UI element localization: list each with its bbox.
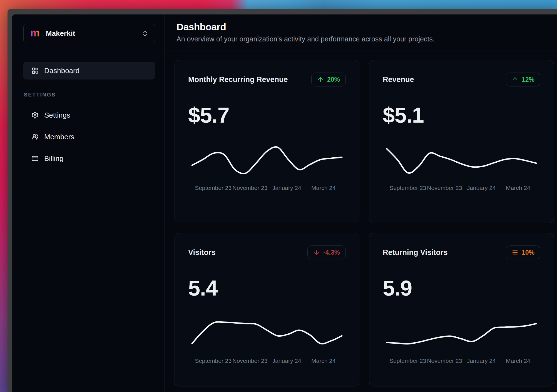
users-icon — [31, 133, 39, 140]
app-surface: m Makerkit Dashboard SETTINGS — [12, 14, 557, 392]
settings-section-label: SETTINGS — [24, 92, 155, 98]
sparkline-chart: September 23 November 23 January 24 Marc… — [387, 316, 536, 364]
x-tick: September 23 — [195, 185, 232, 191]
metric-value: 5.9 — [383, 276, 540, 301]
trend-badge: 12% — [506, 73, 540, 86]
arrow-down-icon — [313, 249, 320, 256]
card-title: Returning Visitors — [383, 248, 448, 257]
card-returning-visitors: Returning Visitors 10% 5.9 September 23 — [369, 233, 554, 386]
x-tick: January 24 — [268, 185, 305, 191]
x-axis-ticks: September 23 November 23 January 24 Marc… — [389, 358, 536, 364]
sidebar-item-billing[interactable]: Billing — [23, 150, 155, 167]
page-title: Dashboard — [176, 21, 551, 33]
card-title: Monthly Recurring Revenue — [188, 75, 288, 84]
makerkit-logo-icon: m — [30, 28, 40, 38]
card-title: Visitors — [188, 248, 216, 257]
page-header: Dashboard An overview of your organizati… — [165, 14, 557, 51]
x-tick: March 24 — [500, 185, 536, 191]
x-tick: September 23 — [389, 358, 426, 364]
trend-value: 20% — [327, 76, 340, 83]
metric-cards-grid: Monthly Recurring Revenue 20% $5.7 Septe… — [165, 51, 557, 391]
x-tick: January 24 — [463, 185, 500, 191]
x-tick: November 23 — [232, 185, 268, 191]
metric-value: 5.4 — [188, 276, 346, 301]
layout-dashboard-icon — [31, 67, 39, 74]
workspace-name: Makerkit — [46, 29, 141, 38]
sidebar-item-label: Billing — [44, 154, 63, 163]
sparkline — [387, 143, 536, 180]
page-subtitle: An overview of your organization's activ… — [176, 35, 551, 43]
sidebar-item-label: Dashboard — [44, 66, 79, 75]
credit-card-icon — [31, 155, 39, 162]
sparkline-chart: September 23 November 23 January 24 Marc… — [192, 316, 342, 364]
x-tick: September 23 — [389, 185, 426, 191]
x-axis-ticks: September 23 November 23 January 24 Marc… — [389, 185, 536, 191]
x-tick: January 24 — [268, 358, 305, 364]
card-title: Revenue — [383, 75, 414, 84]
metric-value: $5.1 — [383, 103, 540, 128]
main-content: Dashboard An overview of your organizati… — [165, 14, 557, 392]
sidebar-item-label: Settings — [44, 111, 70, 120]
trend-value: -4.3% — [323, 249, 340, 256]
trend-value: 12% — [522, 76, 534, 83]
sparkline — [192, 143, 342, 180]
card-visitors: Visitors -4.3% 5.4 September 23 — [175, 233, 359, 386]
x-axis-ticks: September 23 November 23 January 24 Marc… — [195, 185, 342, 191]
chevrons-up-down-icon — [141, 30, 149, 37]
x-tick: March 24 — [500, 358, 536, 364]
arrow-up-icon — [512, 76, 518, 83]
metric-value: $5.7 — [188, 103, 346, 128]
trend-badge: 10% — [506, 245, 540, 259]
sidebar-item-members[interactable]: Members — [23, 128, 155, 146]
x-tick: November 23 — [426, 358, 463, 364]
x-tick: March 24 — [305, 185, 342, 191]
trend-value: 10% — [522, 249, 534, 256]
sparkline-chart: September 23 November 23 January 24 Marc… — [387, 143, 536, 191]
x-axis-ticks: September 23 November 23 January 24 Marc… — [195, 358, 342, 364]
x-tick: March 24 — [305, 358, 342, 364]
sparkline — [387, 316, 536, 353]
card-revenue: Revenue 12% $5.1 September 23 — [369, 60, 554, 223]
arrow-up-icon — [317, 76, 324, 83]
sidebar-item-settings[interactable]: Settings — [23, 106, 155, 124]
primary-nav: Dashboard SETTINGS Settings Members — [23, 62, 155, 167]
sidebar-item-dashboard[interactable]: Dashboard — [23, 62, 155, 80]
x-tick: November 23 — [426, 185, 463, 191]
x-tick: September 23 — [195, 358, 232, 364]
sidebar: m Makerkit Dashboard SETTINGS — [12, 14, 165, 392]
sparkline — [192, 316, 342, 353]
sparkline-chart: September 23 November 23 January 24 Marc… — [192, 143, 342, 191]
card-monthly-recurring-revenue: Monthly Recurring Revenue 20% $5.7 Septe… — [175, 60, 359, 223]
app-window: m Makerkit Dashboard SETTINGS — [8, 9, 557, 392]
workspace-selector[interactable]: m Makerkit — [23, 24, 155, 43]
trend-badge: 20% — [311, 73, 346, 86]
x-tick: November 23 — [232, 358, 268, 364]
trend-badge: -4.3% — [307, 245, 346, 259]
gear-icon — [31, 111, 39, 119]
sidebar-item-label: Members — [44, 133, 74, 141]
x-tick: January 24 — [463, 358, 500, 364]
menu-icon — [512, 249, 518, 256]
